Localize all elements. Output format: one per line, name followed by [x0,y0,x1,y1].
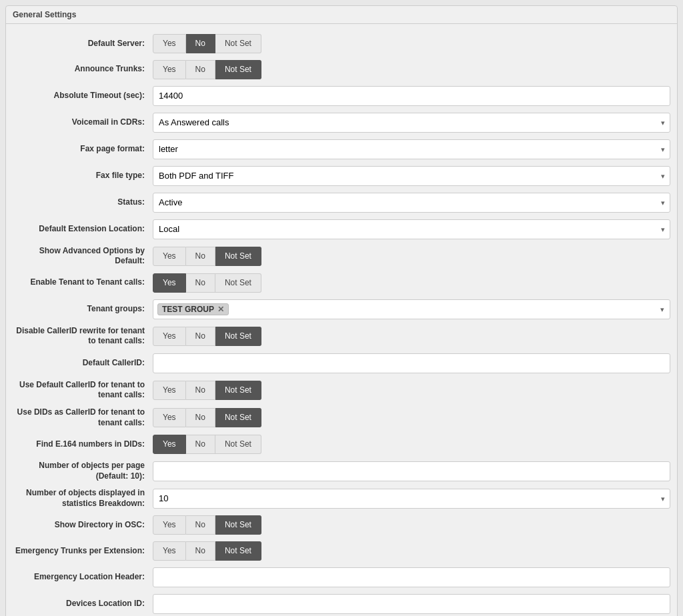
default-ext-location-control: Local Remote ▾ [153,219,670,239]
tenant-groups-control: TEST GROUP ✕ ▾ [153,299,670,319]
find-e164-control: Yes No Not Set [153,435,670,454]
num-objects-stats-select[interactable]: 10 25 50 100 [153,489,670,509]
use-default-callerid-control: Yes No Not Set [153,381,670,400]
enable-tenant-no[interactable]: No [186,273,215,293]
fax-page-format-label: Fax page format: [13,144,153,155]
num-objects-stats-label: Number of objects displayed in statistic… [13,488,153,509]
emergency-location-label: Emergency Location Header: [13,572,153,583]
default-callerid-input[interactable] [153,353,670,373]
absolute-timeout-row: Absolute Timeout (sec): [6,83,677,109]
status-select-wrapper: Active Inactive ▾ [153,193,670,213]
disable-callerid-btngroup: Yes No Not Set [153,327,670,346]
disable-callerid-row: Disable CallerID rewrite for tenant to t… [6,323,677,350]
general-settings-panel: General Settings Default Server: Yes No … [5,5,678,616]
emergency-trunks-no[interactable]: No [186,541,215,561]
tenant-groups-tag-input[interactable]: TEST GROUP ✕ ▾ [153,299,670,319]
use-dids-callerid-no[interactable]: No [186,408,215,427]
emergency-trunks-yes[interactable]: Yes [153,541,186,561]
disable-callerid-control: Yes No Not Set [153,327,670,346]
default-ext-location-select-wrapper: Local Remote ▾ [153,219,670,239]
voicemail-cdrs-select[interactable]: As Answered calls Always Never [153,113,670,133]
disable-callerid-yes[interactable]: Yes [153,327,186,346]
default-ext-location-label: Default Extension Location: [13,224,153,235]
enable-tenant-btngroup: Yes No Not Set [153,273,670,293]
show-advanced-row: Show Advanced Options by Default: Yes No… [6,243,677,270]
use-default-callerid-row: Use Default CallerID for tenant to tenan… [6,377,677,404]
voicemail-cdrs-label: Voicemail in CDRs: [13,117,153,128]
tenant-groups-label: Tenant groups: [13,304,153,315]
fax-page-format-select[interactable]: letter A4 [153,139,670,159]
tenant-group-tag-close[interactable]: ✕ [217,305,224,314]
devices-location-input[interactable] [153,594,670,614]
show-directory-no[interactable]: No [186,515,215,535]
show-directory-yes[interactable]: Yes [153,515,186,535]
enable-tenant-yes[interactable]: Yes [153,273,186,293]
default-server-control: Yes No Not Set [153,34,670,53]
emergency-location-input[interactable] [153,567,670,587]
absolute-timeout-input[interactable] [153,86,670,106]
num-objects-page-row: Number of objects per page (Default: 10)… [6,457,677,485]
default-server-yes[interactable]: Yes [153,34,186,53]
fax-file-type-row: Fax file type: Both PDF and TIFF PDF onl… [6,163,677,189]
enable-tenant-row: Enable Tenant to Tenant calls: Yes No No… [6,270,677,296]
use-default-callerid-notset[interactable]: Not Set [215,381,261,400]
fax-page-format-control: letter A4 ▾ [153,139,670,159]
default-callerid-label: Default CallerID: [13,358,153,369]
find-e164-yes[interactable]: Yes [153,435,186,454]
announce-trunks-yes[interactable]: Yes [153,60,186,79]
tenant-group-tag-text: TEST GROUP [162,305,214,314]
enable-tenant-notset[interactable]: Not Set [215,273,261,293]
form-body: Default Server: Yes No Not Set Announce … [6,24,677,616]
announce-trunks-no[interactable]: No [186,60,215,79]
tenant-groups-row: Tenant groups: TEST GROUP ✕ ▾ [6,296,677,323]
default-server-label: Default Server: [13,39,153,49]
absolute-timeout-label: Absolute Timeout (sec): [13,91,153,101]
announce-trunks-control: Yes No Not Set [153,60,670,79]
status-select[interactable]: Active Inactive [153,193,670,213]
default-server-notset[interactable]: Not Set [215,34,261,53]
show-advanced-btngroup: Yes No Not Set [153,247,670,266]
show-directory-btngroup: Yes No Not Set [153,515,670,535]
show-directory-notset[interactable]: Not Set [215,515,261,535]
use-default-callerid-label: Use Default CallerID for tenant to tenan… [13,380,153,401]
find-e164-row: Find E.164 numbers in DIDs: Yes No Not S… [6,431,677,457]
default-callerid-control [153,353,670,373]
show-directory-control: Yes No Not Set [153,515,670,535]
devices-location-label: Devices Location ID: [13,599,153,609]
num-objects-stats-select-wrapper: 10 25 50 100 ▾ [153,489,670,509]
default-server-no[interactable]: No [186,34,215,53]
find-e164-no[interactable]: No [186,435,215,454]
use-dids-callerid-row: Use DIDs as CallerID for tenant to tenan… [6,404,677,431]
disable-callerid-notset[interactable]: Not Set [215,327,261,346]
show-directory-label: Show Directory in OSC: [13,520,153,531]
show-advanced-no[interactable]: No [186,247,215,266]
announce-trunks-notset[interactable]: Not Set [215,60,261,79]
fax-file-type-control: Both PDF and TIFF PDF only TIFF only ▾ [153,166,670,186]
default-server-row: Default Server: Yes No Not Set [6,31,677,57]
emergency-trunks-notset[interactable]: Not Set [215,541,261,561]
status-label: Status: [13,197,153,208]
use-default-callerid-no[interactable]: No [186,381,215,400]
show-advanced-control: Yes No Not Set [153,247,670,266]
fax-file-type-select[interactable]: Both PDF and TIFF PDF only TIFF only [153,166,670,186]
show-advanced-label: Show Advanced Options by Default: [13,246,153,267]
use-dids-callerid-label: Use DIDs as CallerID for tenant to tenan… [13,407,153,428]
find-e164-notset[interactable]: Not Set [215,435,261,454]
num-objects-stats-row: Number of objects displayed in statistic… [6,485,677,512]
devices-location-control [153,594,670,614]
num-objects-page-control [153,461,670,481]
disable-callerid-no[interactable]: No [186,327,215,346]
use-default-callerid-yes[interactable]: Yes [153,381,186,400]
use-dids-callerid-yes[interactable]: Yes [153,408,186,427]
emergency-location-control [153,567,670,587]
show-advanced-notset[interactable]: Not Set [215,247,261,266]
show-advanced-yes[interactable]: Yes [153,247,186,266]
disable-callerid-label: Disable CallerID rewrite for tenant to t… [13,326,153,347]
default-ext-location-select[interactable]: Local Remote [153,219,670,239]
num-objects-page-input[interactable] [153,461,670,481]
use-dids-callerid-notset[interactable]: Not Set [215,408,261,427]
announce-trunks-row: Announce Trunks: Yes No Not Set [6,57,677,83]
status-row: Status: Active Inactive ▾ [6,189,677,216]
fax-page-format-row: Fax page format: letter A4 ▾ [6,136,677,163]
default-callerid-row: Default CallerID: [6,350,677,377]
